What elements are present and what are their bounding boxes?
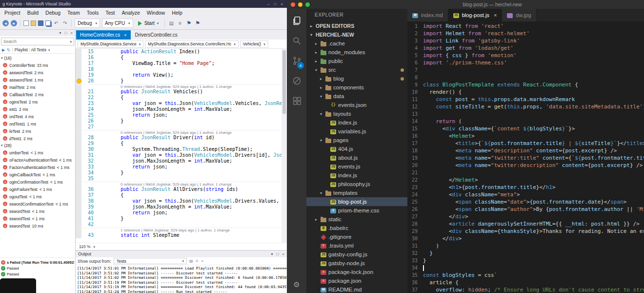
menu-item-team[interactable]: Team (64, 9, 83, 17)
run-all-icon[interactable]: ▶ (2, 48, 5, 52)
test-row[interactable]: ×oginFailureTest< 1 ms (0, 186, 75, 193)
tree-item-about-js[interactable]: JSabout.js (306, 153, 407, 162)
tree-item-events-js[interactable]: JSevents.js (306, 162, 407, 171)
editor-tab-homecontroller-cs[interactable]: HomeController.cs× (76, 30, 131, 40)
test-row[interactable]: ×asswordTest2 ms (0, 69, 75, 76)
tree-item-package-json[interactable]: npackage.json (306, 276, 407, 285)
menu-lines-icon[interactable]: ≡ (196, 259, 199, 263)
navigate-back-icon[interactable]: ◀ (2, 20, 9, 26)
explorer-icon[interactable] (287, 11, 306, 31)
tree-item-index-js[interactable]: JSindex.js (306, 118, 407, 127)
save-icon[interactable] (38, 21, 43, 26)
test-row[interactable]: ×FactorAuthenticationTest< 1 ms (0, 164, 75, 171)
tree-item-pages[interactable]: ▾pages (306, 136, 407, 145)
breadcrumb-dropdown[interactable]: MyShuttle.Diagnostics.Service▾ (78, 41, 143, 48)
output-log[interactable]: [11/14/2017 3:51:01 PM Informational] ==… (76, 265, 287, 293)
undo-icon[interactable]: ↶ (53, 20, 60, 27)
settings-gear-icon[interactable]: ⚙ (293, 280, 300, 289)
menu-item-debug[interactable]: Debug (42, 9, 64, 17)
test-row[interactable]: ×sswordTest< 1 ms (0, 215, 75, 222)
test-row[interactable]: ×oFactorAuthenticationTest< 1 ms (0, 156, 75, 164)
platform-dropdown[interactable]: Any CPU ▾ (102, 19, 133, 28)
chevron-down-icon[interactable]: ▾ (271, 252, 273, 256)
lightbulb-icon[interactable] (76, 78, 81, 84)
new-file-icon[interactable] (23, 21, 29, 26)
tree-item-travis-yml[interactable]: Y.travis.yml (306, 241, 407, 250)
vscode-code-area[interactable]: 1import React from 'react'2import Helmet… (407, 21, 644, 293)
editor-tab-dw-jpg[interactable]: dw.jpg (502, 9, 536, 21)
test-row[interactable]: ×ogoutTest< 1 ms (0, 193, 75, 200)
scrollbar-thumb[interactable] (282, 50, 286, 114)
tree-item-variables-js[interactable]: JSvariables.js (306, 127, 407, 136)
test-row[interactable]: ×est12 ms (0, 105, 75, 113)
repeat-run-icon[interactable]: ↻ (7, 48, 10, 52)
tree-item-components[interactable]: ▸components (306, 83, 407, 92)
output-source-dropdown[interactable]: Tests ▾ (114, 258, 187, 264)
minimize-button[interactable]: – (267, 2, 269, 6)
bookmark-flag-icon-2[interactable]: ⚑ (194, 20, 201, 27)
close-traffic-light[interactable] (291, 2, 295, 7)
close-button[interactable]: × (281, 2, 283, 6)
chevron-down-icon[interactable]: ▾ (70, 40, 72, 43)
test-row[interactable]: ×asswordTest1 ms (0, 76, 75, 84)
menu-item-project[interactable]: Project (1, 9, 24, 17)
tree-item-src[interactable]: ▾src (306, 65, 407, 74)
test-row[interactable]: ×mailTest2 ms (0, 84, 75, 91)
test-search-input[interactable] (3, 39, 68, 44)
menu-item-window[interactable]: Window (143, 9, 168, 17)
tree-item-readme-md[interactable]: MREADME.md (306, 285, 407, 293)
tree-item-package-lock-json[interactable]: npackage-lock.json (306, 268, 407, 276)
list-icon[interactable]: ▤ (189, 259, 193, 263)
zoom-traffic-light[interactable] (305, 2, 310, 7)
test-row[interactable]: ×CallbackTest2 ms (0, 91, 75, 98)
close-icon[interactable]: × (70, 31, 73, 35)
close-icon[interactable]: × (124, 33, 126, 38)
bookmark-flag-icon-1[interactable]: ⚑ (185, 20, 192, 27)
configuration-dropdown[interactable]: Debug ▾ (75, 19, 100, 28)
test-row[interactable]: ×umberTest< 1 ms (0, 149, 75, 156)
test-search-box[interactable]: ▾ (1, 38, 74, 45)
test-group-header[interactable]: ▾(28) (0, 142, 75, 149)
test-row[interactable]: ×sswordTest< 1 ms (0, 208, 75, 215)
tree-item-404-js[interactable]: JS404.js (306, 145, 407, 153)
test-row[interactable]: ×oginsTest2 ms (0, 98, 75, 105)
tree-item-blog-post-js[interactable]: JSblog-post.js (306, 197, 407, 206)
tree-item-gatsby-config-js[interactable]: JSgatsby-config.js (306, 250, 407, 259)
test-group-header[interactable]: ▾(16) (0, 55, 75, 62)
vscode-title-bar[interactable]: blog-post.js — herchel-new (287, 0, 644, 9)
test-row[interactable]: ×sswordConfirmationTest< 1 ms (0, 200, 75, 208)
tree-item-blog[interactable]: ▸blog (306, 74, 407, 83)
tree-item-gatsby-node-js[interactable]: JSgatsby-node.js (306, 259, 407, 268)
debug-icon[interactable] (287, 71, 306, 91)
tree-item-static[interactable]: ▸static (306, 215, 407, 224)
test-row[interactable]: ×ordTest11 ms (0, 120, 75, 127)
redo-icon[interactable]: ↷ (61, 20, 68, 27)
menu-item-build[interactable]: Build (24, 9, 42, 17)
menu-item-help[interactable]: Help (168, 9, 186, 17)
pin-icon[interactable]: □ (64, 31, 67, 35)
tree-item-data[interactable]: ▾data (306, 92, 407, 101)
minimize-traffic-light[interactable] (298, 2, 302, 7)
sidebar-section-open-editors[interactable]: ▸OPEN EDITORS (306, 21, 407, 30)
tree-item-philosophy-js[interactable]: JSphilosophy.js (306, 180, 407, 188)
start-debug-button[interactable]: Start ▾ (135, 19, 162, 28)
close-icon[interactable]: × (282, 252, 284, 256)
output-panel-title-bar[interactable]: Output ▾ □ × (76, 251, 287, 257)
test-row[interactable]: ×oginCallbackTest< 1 ms (0, 171, 75, 178)
tree-item-templates[interactable]: ▾templates (306, 188, 407, 197)
playlist-dropdown[interactable]: Playlist : All Tests ▾ (15, 47, 50, 52)
test-row[interactable]: ×leTest2 ms (0, 127, 75, 135)
menu-item-tools[interactable]: Tools (83, 9, 102, 17)
open-folder-icon[interactable] (31, 21, 36, 26)
maximize-button[interactable]: □ (274, 2, 276, 6)
close-icon[interactable]: × (494, 12, 497, 18)
test-row[interactable]: ×ControllerTest33 ms (0, 62, 75, 69)
tree-item-gitignore[interactable]: .gitignore (306, 232, 407, 241)
chevron-down-icon[interactable]: ▾ (59, 31, 61, 35)
breadcrumb-dropdown[interactable]: MyShuttle.Diagnostics.Service.Controller… (145, 41, 239, 48)
extensions-icon[interactable] (287, 91, 306, 111)
vs-code-area[interactable]: 15 public ActionResult Index()16 {17 Vie… (76, 49, 287, 243)
tree-item-public[interactable]: ▸public (306, 57, 407, 65)
list-icon[interactable]: ▤ (168, 20, 175, 27)
editor-tab-blog-post-js[interactable]: JSblog-post.js× (448, 9, 503, 21)
